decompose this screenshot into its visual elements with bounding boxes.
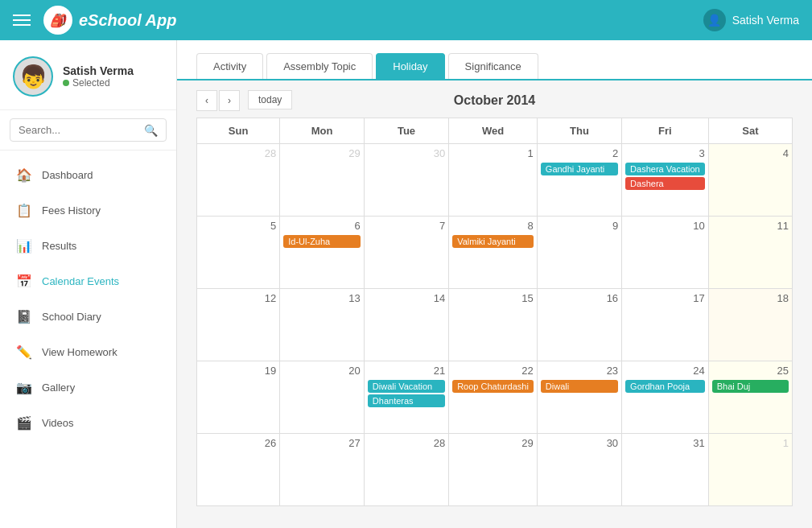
event-id-ul-zuha: Id-Ul-Zuha: [283, 235, 361, 248]
calendar-cell: 27: [280, 434, 365, 506]
homework-icon: ✏️: [16, 344, 32, 360]
table-row: 28 29 30 1 2 Gandhi Jayanti 3 Dashera Va…: [197, 144, 793, 217]
table-row: 19 20 21 Diwali Vacation Dhanteras 22 Ro…: [197, 361, 793, 434]
day-number: 1: [712, 437, 789, 449]
sidebar-item-gallery[interactable]: 📷 Gallery: [0, 369, 176, 405]
sidebar-item-school-diary[interactable]: 📓 School Diary: [0, 299, 176, 334]
calendar-cell: 17: [622, 289, 709, 361]
weekday-thu: Thu: [537, 118, 621, 144]
next-month-button[interactable]: ›: [219, 90, 240, 111]
gallery-icon: 📷: [16, 379, 32, 395]
day-number: 10: [625, 220, 705, 232]
today-button[interactable]: today: [248, 90, 292, 109]
sidebar-label-calendar: Calendar Events: [42, 275, 119, 287]
calendar-cell: 29: [280, 144, 365, 217]
calendar-cell: 1: [449, 144, 538, 217]
day-number: 3: [625, 147, 705, 159]
sidebar-label-dashboard: Dashboard: [42, 169, 93, 181]
event-gordhan-pooja: Gordhan Pooja: [625, 380, 705, 393]
day-number: 6: [283, 220, 361, 232]
day-number: 30: [368, 147, 445, 159]
calendar-cell-sat: 18: [708, 289, 792, 361]
main-content: Activity Assembly Topic Holiday Signific…: [177, 40, 812, 528]
calendar-cell: 30: [364, 144, 448, 217]
day-number: 29: [452, 437, 534, 449]
calendar-weekday-row: Sun Mon Tue Wed Thu Fri Sat: [197, 118, 793, 144]
search-box: 🔍: [0, 110, 176, 151]
day-number: 14: [368, 292, 445, 304]
sidebar-label-diary: School Diary: [42, 311, 101, 323]
user-status: Selected: [63, 77, 134, 89]
calendar-cell: 24 Gordhan Pooja: [622, 361, 709, 434]
calendar-header: ‹ › today October 2014: [196, 93, 793, 108]
sidebar-item-results[interactable]: 📊 Results: [0, 228, 176, 263]
day-number: 15: [452, 292, 534, 304]
sidebar-item-dashboard[interactable]: 🏠 Dashboard: [0, 157, 176, 192]
calendar-grid: Sun Mon Tue Wed Thu Fri Sat 28 29 30: [196, 118, 793, 506]
calendar-title: October 2014: [454, 93, 535, 108]
day-number: 20: [283, 365, 361, 377]
navbar-user: 👤 Satish Verma: [703, 9, 799, 31]
videos-icon: 🎬: [16, 415, 32, 431]
brand: 🎒 eSchool App: [43, 6, 176, 35]
search-button[interactable]: 🔍: [144, 124, 158, 137]
day-number: 28: [200, 147, 276, 159]
calendar-cell: 21 Diwali Vacation Dhanteras: [364, 361, 448, 434]
day-number: 29: [283, 147, 361, 159]
calendar-container: ‹ › today October 2014 Sun Mon Tue Wed T…: [177, 80, 812, 528]
calendar-cell: 16: [537, 289, 621, 361]
sidebar-item-view-homework[interactable]: ✏️ View Homework: [0, 334, 176, 369]
weekday-sun: Sun: [197, 118, 280, 144]
sidebar-item-fees-history[interactable]: 📋 Fees History: [0, 192, 176, 228]
tab-activity[interactable]: Activity: [196, 53, 263, 79]
sidebar: 👦 Satish Verma Selected 🔍 🏠 Dashboard 📋: [0, 40, 177, 528]
calendar-cell: 29: [449, 434, 538, 506]
calendar-cell: 31: [622, 434, 709, 506]
calendar-cell: 13: [280, 289, 365, 361]
calendar-cell-sat: 4: [708, 144, 792, 217]
search-input[interactable]: [10, 118, 167, 142]
event-valmiki-jayanti: Valmiki Jayanti: [452, 235, 534, 248]
sidebar-label-fees: Fees History: [42, 204, 101, 217]
day-number: 30: [541, 437, 618, 449]
tab-assembly-topic[interactable]: Assembly Topic: [266, 53, 373, 79]
calendar-cell: 5: [197, 217, 280, 289]
calendar-cell: 20: [280, 361, 365, 434]
event-bhai-duj: Bhai Duj: [712, 380, 789, 393]
table-row: 12 13 14 15 16 17 18: [197, 289, 793, 361]
day-number: 4: [712, 147, 789, 159]
sidebar-username: Satish Verma: [63, 64, 134, 77]
weekday-mon: Mon: [280, 118, 365, 144]
day-number: 24: [625, 365, 705, 377]
tab-significance[interactable]: Significance: [448, 53, 538, 79]
hamburger-menu[interactable]: [13, 14, 31, 26]
sidebar-item-calendar[interactable]: 📅 Calendar Events: [0, 263, 176, 299]
day-number: 1: [452, 147, 534, 159]
user-avatar-icon: 👤: [703, 9, 726, 31]
calendar-cell-sat: 1: [708, 434, 792, 506]
day-number: 5: [200, 220, 276, 232]
sidebar-item-videos[interactable]: 🎬 Videos: [0, 405, 176, 440]
event-dashera: Dashera: [625, 177, 705, 190]
prev-month-button[interactable]: ‹: [196, 90, 217, 111]
tabs: Activity Assembly Topic Holiday Signific…: [177, 40, 812, 80]
event-dhanteras: Dhanteras: [368, 394, 445, 407]
day-number: 12: [200, 292, 276, 304]
table-row: 26 27 28 29 30 31 1: [197, 434, 793, 506]
event-dashera-vacation: Dashera Vacation: [625, 163, 705, 175]
fees-icon: 📋: [16, 202, 32, 218]
weekday-wed: Wed: [449, 118, 538, 144]
calendar-cell: 8 Valmiki Jayanti: [449, 217, 538, 289]
brand-name: eSchool App: [79, 11, 176, 30]
event-gandhi-jayanti: Gandhi Jayanti: [541, 163, 618, 175]
weekday-fri: Fri: [622, 118, 709, 144]
calendar-cell: 28: [364, 434, 448, 506]
tab-holiday[interactable]: Holiday: [376, 53, 444, 79]
event-diwali-vacation: Diwali Vacation: [368, 380, 445, 393]
calendar-cell: 6 Id-Ul-Zuha: [280, 217, 365, 289]
sidebar-label-results: Results: [42, 240, 76, 252]
calendar-cell: 23 Diwali: [537, 361, 621, 434]
results-icon: 📊: [16, 237, 32, 254]
navbar: 🎒 eSchool App 👤 Satish Verma: [0, 0, 812, 40]
day-number: 28: [368, 437, 445, 449]
